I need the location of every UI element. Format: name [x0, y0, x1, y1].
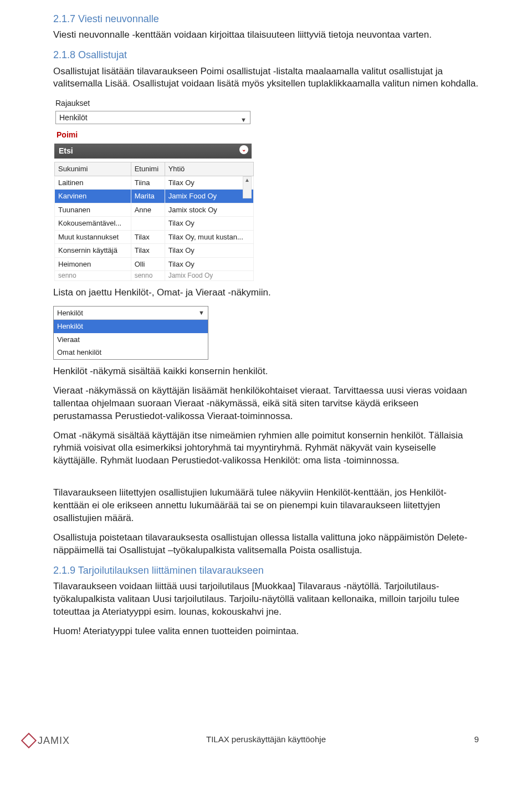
cell: Konsernin käyttäjä	[55, 244, 131, 258]
cell: Tilax Oy	[165, 244, 253, 258]
paragraph: Viesti neuvonnalle -kenttään voidaan kir…	[53, 29, 479, 42]
cell: Heimonen	[55, 257, 131, 271]
etsi-bar[interactable]: Etsi ⌄	[54, 144, 252, 159]
page-footer: JAMIX TILAX peruskäyttäjän käyttöohje 9	[0, 734, 532, 745]
paragraph: Henkilöt -näkymä sisältää kaikki konsern…	[53, 365, 479, 378]
cell	[131, 217, 165, 231]
cell: Jamix Food Oy	[165, 271, 253, 280]
table-row[interactable]: Tuunanen Anne Jamix stock Oy	[55, 203, 254, 217]
cell: Marita	[131, 190, 165, 203]
chevron-down-icon: ▼	[198, 309, 204, 317]
logo-text: JAMIX	[38, 734, 70, 747]
paragraph: Lista on jaettu Henkilöt-, Omat- ja Vier…	[53, 287, 479, 299]
jamix-logo: JAMIX	[23, 734, 70, 747]
dropdown-head[interactable]: Henkilöt ▼	[54, 307, 208, 320]
cell: Tilax Oy	[165, 257, 253, 271]
cell: Jamix stock Oy	[165, 203, 253, 217]
expand-icon[interactable]: ⌄	[239, 145, 248, 154]
logo-mark-icon	[21, 733, 37, 748]
rajaukset-label: Rajaukset	[53, 97, 253, 110]
paragraph: Tilavaraukseen voidaan liittää uusi tarj…	[53, 580, 479, 619]
cell: Anne	[131, 203, 165, 217]
cell: Olli	[131, 257, 165, 271]
heading-2-1-9: 2.1.9 Tarjoilutilauksen liittäminen tila…	[53, 564, 479, 577]
col-etunimi[interactable]: Etunimi	[131, 162, 165, 176]
scrollbar[interactable]: ▲	[243, 176, 252, 198]
table-row[interactable]: Konsernin käyttäjä Tilax Tilax Oy	[55, 244, 254, 258]
cell: Tilax	[131, 230, 165, 244]
table-row[interactable]: Kokousemäntävel... Tilax Oy	[55, 217, 254, 231]
table-row[interactable]: Heimonen Olli Tilax Oy	[55, 257, 254, 271]
cell: Tilax Oy	[165, 176, 253, 190]
cell: Kokousemäntävel...	[55, 217, 131, 231]
people-table: Sukunimi Etunimi Yhtiö Laitinen Tiina Ti…	[54, 162, 254, 281]
cell: Tilax	[131, 244, 165, 258]
paragraph: Huom! Ateriatyyppi tulee valita ennen tu…	[53, 625, 479, 638]
paragraph: Tilavaraukseen liitettyjen osallistujien…	[53, 487, 479, 525]
cell: Laitinen	[55, 176, 131, 190]
dropdown-value: Henkilöt	[59, 113, 88, 122]
paragraph: Vieraat -näkymässä on käyttäjän lisäämät…	[53, 385, 479, 423]
col-yhtio[interactable]: Yhtiö	[165, 162, 253, 176]
cell: Tilax Oy, muut kustan...	[165, 230, 253, 244]
view-dropdown[interactable]: Henkilöt ▼ Henkilöt Vieraat Omat henkilö…	[53, 306, 208, 360]
dropdown-head-label: Henkilöt	[57, 309, 83, 317]
col-sukunimi[interactable]: Sukunimi	[55, 162, 131, 176]
cell: Muut kustannukset	[55, 230, 131, 244]
heading-2-1-8: 2.1.8 Osallistujat	[53, 48, 479, 62]
dropdown-option[interactable]: Henkilöt	[54, 320, 208, 333]
table-row[interactable]: Muut kustannukset Tilax Tilax Oy, muut k…	[55, 230, 254, 244]
people-picker-panel: Rajaukset Henkilöt ▼ Poimi Etsi ⌄ Sukuni…	[53, 97, 253, 280]
heading-2-1-7: 2.1.7 Viesti neuvonnalle	[53, 12, 479, 25]
page-number: 9	[474, 734, 479, 745]
cell: Tuunanen	[55, 203, 131, 217]
cell: Jamix Food Oy	[165, 190, 253, 203]
table-row[interactable]: Karvinen Marita Jamix Food Oy	[55, 190, 254, 203]
dropdown-option[interactable]: Omat henkilöt	[54, 346, 208, 359]
footer-title: TILAX peruskäyttäjän käyttöohje	[206, 734, 326, 745]
table-row[interactable]: senno senno Jamix Food Oy	[55, 271, 254, 280]
cell: senno	[55, 271, 131, 280]
henkilot-dropdown[interactable]: Henkilöt ▼	[55, 111, 250, 124]
dropdown-option[interactable]: Vieraat	[54, 333, 208, 346]
paragraph: Omat -näkymä sisältää käyttäjän itse nim…	[53, 430, 479, 468]
cell: Tiina	[131, 176, 165, 190]
chevron-down-icon: ▼	[241, 114, 247, 126]
paragraph: Osallistujat lisätään tilavaraukseen Poi…	[53, 65, 479, 91]
cell: Karvinen	[55, 190, 131, 203]
cell: Tilax Oy	[165, 217, 253, 231]
paragraph: Osallistuja poistetaan tilavarauksesta o…	[53, 532, 479, 557]
table-row[interactable]: Laitinen Tiina Tilax Oy	[55, 176, 254, 190]
etsi-label: Etsi	[59, 146, 73, 155]
cell: senno	[131, 271, 165, 280]
poimi-label[interactable]: Poimi	[53, 126, 253, 144]
